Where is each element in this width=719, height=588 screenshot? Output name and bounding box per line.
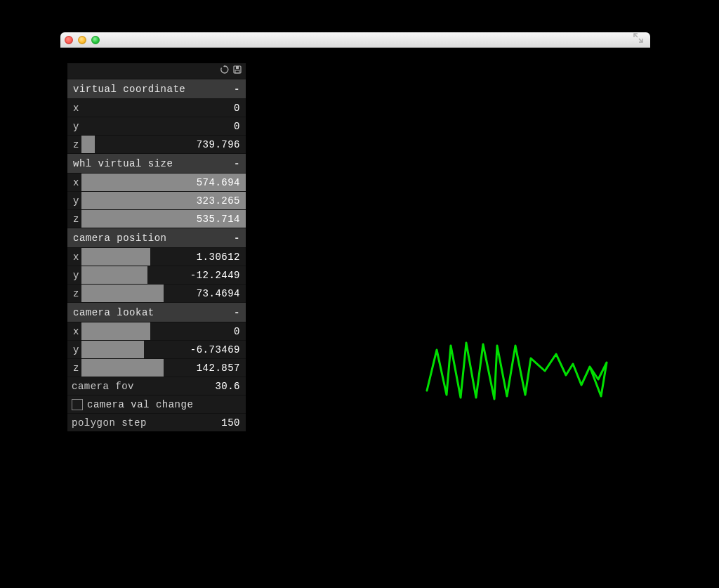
collapse-icon[interactable]: -	[234, 233, 240, 244]
panel-header	[67, 63, 246, 79]
slider-fill	[81, 359, 164, 377]
slider-row[interactable]: z739.796	[67, 135, 246, 153]
slider-track[interactable]: 0	[81, 99, 246, 117]
app-window: virtual coordinate-x0y0z739.796whl virtu…	[60, 32, 650, 540]
slider-track[interactable]: 73.4694	[81, 285, 246, 302]
slider-value[interactable]: 0	[234, 322, 240, 340]
collapse-icon[interactable]: -	[234, 307, 240, 318]
camera-fov-row[interactable]: camera fov 30.6	[67, 377, 246, 395]
save-icon[interactable]	[233, 65, 242, 77]
slider-value[interactable]: 535.714	[197, 210, 240, 228]
slider-label: z	[67, 136, 81, 153]
slider-value[interactable]: 323.265	[197, 192, 240, 209]
camera-val-change-row[interactable]: camera val change	[67, 395, 246, 413]
slider-track[interactable]: 535.714	[81, 210, 246, 228]
slider-track[interactable]: 323.265	[81, 192, 246, 209]
close-icon[interactable]	[65, 36, 73, 44]
slider-label: x	[67, 174, 81, 191]
slider-label: z	[67, 359, 81, 377]
slider-row[interactable]: y0	[67, 117, 246, 135]
polygon-step-row[interactable]: polygon step 150	[67, 413, 246, 431]
slider-track[interactable]: 574.694	[81, 174, 246, 191]
slider-fill	[81, 248, 150, 266]
folder-label: camera lookat	[73, 307, 154, 318]
folder-title[interactable]: camera lookat-	[67, 302, 246, 322]
slider-track[interactable]: -12.2449	[81, 266, 246, 284]
slider-fill	[81, 285, 164, 302]
minimize-icon[interactable]	[78, 36, 86, 44]
slider-row[interactable]: y323.265	[67, 191, 246, 209]
viewport-canvas	[418, 336, 622, 420]
folder-title[interactable]: camera position-	[67, 228, 246, 247]
folder-title[interactable]: whl virtual size-	[67, 153, 246, 173]
slider-label: y	[67, 117, 81, 135]
camera-fov-value[interactable]: 30.6	[215, 377, 240, 395]
slider-row[interactable]: x574.694	[67, 173, 246, 191]
slider-row[interactable]: x0	[67, 322, 246, 340]
folder-title[interactable]: virtual coordinate-	[67, 79, 246, 98]
refresh-icon[interactable]	[220, 65, 229, 77]
slider-value[interactable]: 574.694	[197, 174, 240, 191]
folder-label: virtual coordinate	[73, 84, 185, 95]
checkbox-icon[interactable]	[72, 399, 83, 410]
slider-value[interactable]: 0	[234, 117, 240, 135]
svg-rect-1	[236, 66, 239, 69]
slider-value[interactable]: 142.857	[197, 359, 240, 377]
polygon-step-label: polygon step	[67, 414, 159, 431]
control-panel: virtual coordinate-x0y0z739.796whl virtu…	[67, 63, 246, 431]
slider-fill	[81, 341, 144, 358]
slider-label: y	[67, 192, 81, 209]
slider-value[interactable]: 0	[234, 99, 240, 117]
slider-track[interactable]: 0	[81, 117, 246, 135]
slider-track[interactable]: 142.857	[81, 359, 246, 377]
folder-label: whl virtual size	[73, 158, 173, 169]
slider-track[interactable]: 739.796	[81, 136, 246, 153]
slider-value[interactable]: 1.30612	[197, 248, 240, 266]
collapse-icon[interactable]: -	[234, 84, 240, 95]
slider-label: y	[67, 341, 81, 358]
zoom-icon[interactable]	[91, 36, 100, 44]
slider-fill	[81, 136, 95, 153]
camera-fov-label: camera fov	[67, 377, 159, 395]
fullscreen-icon[interactable]	[633, 33, 643, 46]
slider-track[interactable]: 0	[81, 322, 246, 340]
slider-label: x	[67, 99, 81, 117]
slider-row[interactable]: x1.30612	[67, 247, 246, 266]
slider-row[interactable]: z73.4694	[67, 284, 246, 302]
slider-row[interactable]: z142.857	[67, 358, 246, 377]
traffic-lights	[65, 36, 100, 44]
slider-row[interactable]: y-6.73469	[67, 340, 246, 358]
collapse-icon[interactable]: -	[234, 158, 240, 169]
slider-label: z	[67, 285, 81, 302]
slider-fill	[81, 322, 150, 340]
camera-val-change-label: camera val change	[87, 399, 193, 410]
polygon-step-value[interactable]: 150	[221, 414, 240, 431]
slider-row[interactable]: y-12.2449	[67, 266, 246, 284]
titlebar[interactable]	[60, 32, 650, 48]
slider-track[interactable]: -6.73469	[81, 341, 246, 358]
mesh-polyline	[427, 343, 607, 399]
content-area: virtual coordinate-x0y0z739.796whl virtu…	[60, 48, 650, 540]
slider-value[interactable]: -12.2449	[190, 266, 240, 284]
folder-label: camera position	[73, 233, 167, 244]
slider-row[interactable]: x0	[67, 98, 246, 117]
slider-value[interactable]: 739.796	[197, 136, 240, 153]
slider-label: x	[67, 248, 81, 266]
slider-fill	[81, 266, 147, 284]
slider-label: x	[67, 322, 81, 340]
slider-track[interactable]: 1.30612	[81, 248, 246, 266]
slider-row[interactable]: z535.714	[67, 209, 246, 228]
slider-label: z	[67, 210, 81, 228]
slider-label: y	[67, 266, 81, 284]
slider-value[interactable]: -6.73469	[190, 341, 240, 358]
slider-value[interactable]: 73.4694	[197, 285, 240, 302]
